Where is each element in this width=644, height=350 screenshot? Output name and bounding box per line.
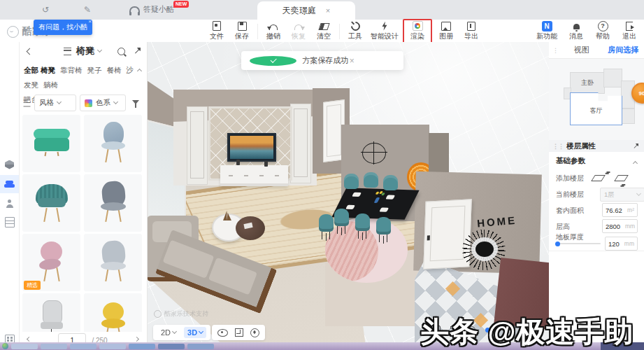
toolbar-divider <box>339 24 340 39</box>
pouf-ottoman[interactable] <box>236 216 265 240</box>
dining-chair[interactable] <box>334 209 349 226</box>
product-card-teal-armchair[interactable] <box>22 174 80 232</box>
next-page-icon[interactable] <box>134 337 139 342</box>
sort-icon[interactable] <box>24 99 31 106</box>
album-button[interactable]: 图册 <box>434 21 459 41</box>
tools-button[interactable]: 工具 <box>343 21 368 41</box>
sunburst-mirror-decor[interactable] <box>462 230 506 270</box>
category-item[interactable]: 凳子 <box>87 66 101 74</box>
product-card-blue-chair[interactable] <box>84 115 142 172</box>
current-floor-select[interactable]: 1层 <box>600 188 644 202</box>
category-all[interactable]: 全部 椅凳 <box>24 66 55 74</box>
category-item[interactable]: 靠背椅 <box>60 66 83 74</box>
catalog-title[interactable]: 椅凳 <box>76 45 94 57</box>
success-check-icon <box>250 56 296 66</box>
room-small[interactable] <box>621 108 635 124</box>
exit-button[interactable]: 退出 <box>619 21 640 41</box>
assistant-entry[interactable]: 答疑小酷 <box>129 4 174 15</box>
messages-button[interactable]: 消息 <box>566 21 587 41</box>
clear-button[interactable]: 清空 <box>311 21 336 41</box>
area-input-box[interactable]: m² <box>602 203 638 217</box>
style-filter-select[interactable]: 风格 <box>34 94 76 111</box>
dining-chair[interactable] <box>383 175 398 190</box>
tv-cabinet[interactable] <box>220 165 288 186</box>
undo-button[interactable]: 撤销 <box>261 21 286 41</box>
back-icon[interactable] <box>27 48 34 55</box>
view-3d-button[interactable]: 3D <box>184 327 206 338</box>
thickness-slider-handle[interactable] <box>555 241 560 246</box>
rail-custom-cabinet[interactable] <box>0 213 19 231</box>
tooltip-close-icon[interactable]: × <box>88 18 92 24</box>
new-features-button[interactable]: N 新功能 <box>534 21 560 41</box>
rail-hard-decoration[interactable] <box>0 155 19 174</box>
tab-room-select[interactable]: 房间选择 <box>603 45 644 55</box>
collapse-categories-icon[interactable] <box>137 69 142 74</box>
thickness-input[interactable] <box>606 240 624 248</box>
height-input-box[interactable]: mm <box>602 219 638 233</box>
color-filter-select[interactable]: 色系 <box>80 94 126 111</box>
taskbar-button[interactable] <box>187 344 214 349</box>
help-button[interactable]: ? 帮助 <box>592 21 613 41</box>
floor-height-input[interactable] <box>603 223 625 230</box>
dining-chair[interactable] <box>355 214 370 231</box>
taskbar-button[interactable] <box>41 344 67 349</box>
add-floor-up-icon[interactable] <box>591 175 606 181</box>
dining-chair[interactable] <box>364 172 378 188</box>
wall-clock[interactable] <box>361 141 387 165</box>
model-view-icon[interactable] <box>235 328 243 337</box>
view-2d-button[interactable]: 2D <box>157 327 180 338</box>
area-input[interactable] <box>603 206 625 214</box>
taskbar-button[interactable] <box>11 344 38 349</box>
product-card-pink-chair[interactable]: 精选 <box>22 234 80 291</box>
category-item[interactable]: 餐椅 <box>106 66 121 74</box>
file-button[interactable]: 文件 <box>204 21 229 41</box>
export-label: 导出 <box>464 31 478 41</box>
render-button[interactable]: 渲染 <box>405 21 430 41</box>
room-living-selected[interactable]: 客厅 <box>570 92 622 125</box>
product-card-gray-chair[interactable] <box>84 174 142 232</box>
thickness-input-box[interactable]: mm <box>605 237 638 251</box>
redo-button[interactable]: 恢复 <box>286 21 311 41</box>
tab-close-icon[interactable]: × <box>326 6 330 15</box>
dining-chair[interactable] <box>376 217 391 234</box>
view-mode-switcher: 2D 3D <box>153 325 210 340</box>
visibility-icon[interactable] <box>217 329 228 337</box>
taskbar-button[interactable] <box>70 344 96 349</box>
product-card-office-chair[interactable] <box>22 293 80 332</box>
expand-panel-icon[interactable] <box>134 48 141 55</box>
tv-screen[interactable] <box>227 133 276 162</box>
design-canvas-3d[interactable]: HOME 方案保存成功 × 酷家乐技术支持 2D <box>147 42 549 343</box>
rail-my-items[interactable] <box>0 195 19 213</box>
product-card-light-gray-chair[interactable] <box>84 234 142 291</box>
tab-view[interactable]: 视图 <box>561 45 603 55</box>
export-button[interactable]: 导出 <box>459 21 484 41</box>
product-card-yellow-chair[interactable] <box>84 293 142 332</box>
toast-close-icon[interactable]: × <box>350 56 396 66</box>
taskbar-button[interactable] <box>158 344 185 349</box>
prev-page-icon[interactable] <box>27 337 31 342</box>
history-icon[interactable]: ↺ <box>41 5 50 15</box>
collapse-section-icon[interactable] <box>633 161 638 166</box>
category-list-icon[interactable] <box>64 48 71 55</box>
product-card-teal-ottoman[interactable] <box>22 115 80 172</box>
smart-design-button[interactable]: 智能设计 <box>368 21 401 41</box>
add-floor-down-icon[interactable] <box>614 175 629 181</box>
dining-chair[interactable] <box>319 214 334 232</box>
thickness-slider[interactable] <box>556 243 601 244</box>
start-orb-icon[interactable] <box>2 343 8 349</box>
room-small[interactable] <box>603 69 622 88</box>
document-tab[interactable]: 天奕璟庭 × <box>257 1 355 20</box>
compass-icon[interactable] <box>250 328 259 337</box>
rail-furnishing-selected[interactable] <box>0 175 19 193</box>
edit-icon[interactable]: ✎ <box>83 5 92 15</box>
floor-props-header[interactable]: ⋮⋮ 楼层属性 <box>549 140 644 152</box>
category-item[interactable]: 躺椅 <box>43 80 58 89</box>
dining-chair[interactable] <box>344 174 359 189</box>
taskbar-button[interactable] <box>99 344 126 349</box>
room-master-bedroom[interactable]: 主卧 <box>570 72 605 94</box>
search-icon[interactable] <box>117 48 125 55</box>
expand-section-icon[interactable] <box>633 144 638 149</box>
filter-funnel-icon[interactable] <box>132 100 139 104</box>
save-button[interactable]: 保存 <box>229 21 255 41</box>
taskbar-button[interactable] <box>129 344 155 349</box>
